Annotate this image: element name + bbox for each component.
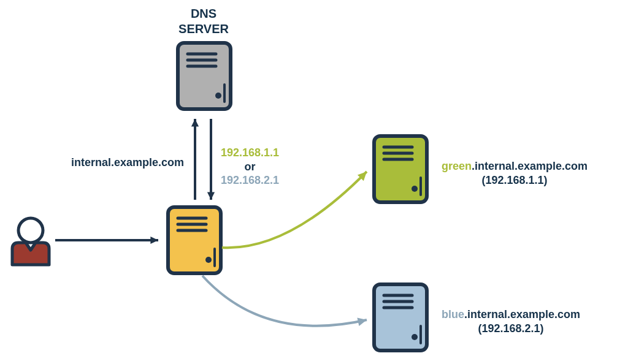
svg-marker-26: [150, 237, 158, 244]
svg-point-4: [215, 93, 221, 99]
svg-point-22: [412, 334, 418, 340]
green-server-icon: [374, 136, 427, 202]
svg-marker-32: [357, 317, 367, 326]
dns-response-label: 192.168.1.1 or 192.168.2.1: [221, 146, 279, 188]
svg-point-24: [18, 218, 43, 243]
svg-marker-30: [207, 192, 215, 200]
arrow-user-to-router: [55, 237, 158, 244]
user-icon: [12, 218, 49, 265]
arrow-to-blue: [202, 276, 367, 326]
query-host-label: internal.example.com: [49, 156, 184, 170]
svg-point-16: [412, 186, 418, 192]
green-server-label: green.internal.example.com (192.168.1.1): [442, 159, 588, 187]
arrow-response-down: [207, 119, 215, 200]
router-server-icon: [168, 207, 221, 273]
dns-server-icon: [178, 43, 231, 109]
dns-server-label: DNSSERVER: [161, 6, 247, 37]
arrow-query-up: [191, 119, 199, 200]
blue-server-label: blue.internal.example.com (192.168.2.1): [442, 308, 580, 335]
svg-point-10: [205, 257, 212, 263]
svg-marker-28: [191, 119, 199, 127]
blue-server-icon: [374, 284, 427, 351]
